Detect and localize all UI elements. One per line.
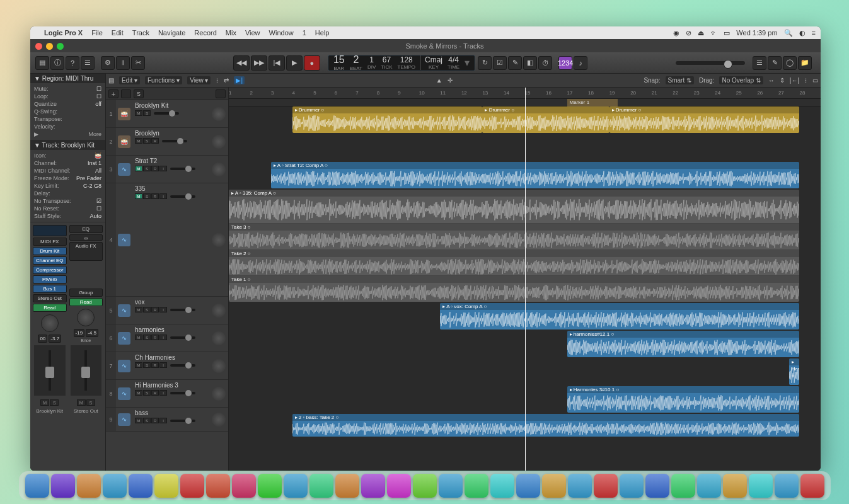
track-i-button[interactable]: I [159,307,167,312]
volume-fader[interactable] [34,345,66,396]
metronome-button[interactable]: 1234 [558,56,572,70]
dock-app-icon[interactable] [439,474,463,498]
dock-app-icon[interactable] [697,474,721,498]
dock-app-icon[interactable] [620,474,644,498]
master-volume-slider[interactable] [676,61,745,65]
dock-app-icon[interactable] [594,474,618,498]
editors-button[interactable]: ✂ [131,56,145,70]
flex-button[interactable]: ⇄ [224,77,229,84]
app-menu[interactable]: Logic Pro X [44,29,83,37]
track-r-button[interactable]: R [151,193,159,199]
maximize-icon[interactable] [57,43,64,50]
track-m-button[interactable]: M [135,418,142,423]
region-header[interactable]: ▸ A ◦ Strat T2: Comp A ○ [271,162,799,169]
dock-app-icon[interactable] [284,474,308,498]
take-header[interactable]: Take 1 ○ [229,276,799,283]
zoom-h-button[interactable]: ↔ [768,77,775,84]
track-volume-slider[interactable] [170,420,195,422]
audio-region[interactable]: ▸ Drummer ○ [609,106,800,133]
list-editors-button[interactable]: ☰ [753,56,766,70]
menu-window[interactable]: Window [269,29,294,37]
audio-region[interactable]: ▸ Drummer ○ [482,106,609,133]
snap-select[interactable]: Smart ⇅ [666,76,694,84]
playhead[interactable] [525,88,526,471]
toolbar-button[interactable]: ☰ [81,56,95,70]
track-s-button[interactable]: S [143,307,151,312]
menu-help[interactable]: Help [315,29,330,37]
track-s-button[interactable]: S [143,418,151,423]
track-pan-knob[interactable] [212,135,226,149]
pan-knob[interactable] [77,309,95,326]
arrange-area[interactable]: 1234567891011121314151617181920212223242… [229,88,821,471]
dock-app-icon[interactable] [103,474,127,498]
region-header[interactable]: ▸ 2 ◦ bass: Take 2 ○ [292,414,800,421]
eq-thumbnail[interactable] [33,225,67,236]
solo-button[interactable]: ◧ [523,56,537,70]
automation-button[interactable]: ⫶ [216,77,219,84]
track-i-button[interactable]: I [159,418,167,423]
global-tracks-button[interactable]: ▤ [108,77,114,84]
clock[interactable]: Wed 1:39 pm [736,29,777,37]
status-icon[interactable]: ◉ [673,29,679,37]
audio-region[interactable]: ▸ A ◦ vox: Comp A ○ [440,303,799,329]
battery-icon[interactable]: ▭ [724,29,730,37]
dock-app-icon[interactable] [568,474,592,498]
dock-app-icon[interactable] [361,474,385,498]
notepad-button[interactable]: ✎ [768,56,782,70]
track-m-button[interactable]: M [135,307,142,312]
track-pan-knob[interactable] [212,387,226,401]
menu-track[interactable]: Track [132,29,149,37]
track-header[interactable]: 8∿Hi Harmonies 3MSRI [106,380,228,408]
track-m-button[interactable]: M [135,193,142,199]
marker[interactable]: Marker 1 [567,99,618,106]
track-volume-slider[interactable] [162,140,187,142]
track-volume-slider[interactable] [170,392,195,394]
track-r-button[interactable]: R [151,138,159,144]
track-volume-slider[interactable] [170,168,195,170]
region-header[interactable]: ▸ Harmonies 3#10.1 ○ [567,386,800,393]
dock-app-icon[interactable] [671,474,695,498]
menu-mix[interactable]: Mix [226,29,236,37]
menu-record[interactable]: Record [194,29,216,37]
region-header[interactable]: ▸ Drummer ○ [609,106,800,113]
zoom-button[interactable]: |←| [790,77,799,84]
stop-button[interactable]: |◀ [269,55,285,71]
loop-browser-button[interactable]: ◯ [783,56,797,70]
track-pan-knob[interactable] [212,107,226,121]
add-track-button[interactable]: + [108,89,118,98]
track-volume-slider[interactable] [170,195,195,198]
replace-button[interactable]: ☑ [493,56,507,70]
track-m-button[interactable]: M [135,390,142,396]
track-pan-knob[interactable] [212,233,226,247]
dock-app-icon[interactable] [309,474,333,498]
dock-app-icon[interactable] [154,474,178,498]
track-volume-slider[interactable] [154,112,179,115]
pan-knob[interactable] [41,314,59,332]
catch-playhead-button[interactable] [216,89,226,98]
track-header[interactable]: 6∿harmoniesMSRI [106,324,228,352]
notification-icon[interactable]: ≡ [812,29,816,37]
dock-app-icon[interactable] [465,474,488,498]
status-icon[interactable]: ⊘ [686,29,691,37]
track-header[interactable]: 9∿bassMSRI [106,408,228,432]
vertical-zoom[interactable]: ▭ [812,77,818,84]
zoom-v-button[interactable]: ⇕ [780,77,785,84]
track-s-button[interactable]: S [143,390,151,396]
functions-menu[interactable]: Functions ▾ [145,76,182,84]
track-s-button[interactable]: S [143,110,151,116]
region-header[interactable]: ▸ A ◦ vox: Comp A ○ [440,303,799,310]
region-header[interactable]: ▸ Drummer ○ [292,106,483,113]
region-inspector-header[interactable]: ▼ Region: MIDI Thru [30,74,105,83]
wifi-icon[interactable]: ᯤ [710,29,717,37]
track-pan-knob[interactable] [212,163,226,176]
track-s-button[interactable]: S [143,362,151,368]
duplicate-track-button[interactable] [121,89,131,98]
dock-app-icon[interactable] [800,474,824,498]
take-header[interactable]: Take 3 ○ [229,224,799,231]
track-volume-slider[interactable] [170,336,195,339]
track-r-button[interactable]: R [151,390,159,396]
cycle-button[interactable]: ↻ [478,56,492,70]
track-pan-knob[interactable] [212,359,226,373]
forward-button[interactable]: ▶▶ [251,55,267,71]
dock-app-icon[interactable] [25,474,49,498]
